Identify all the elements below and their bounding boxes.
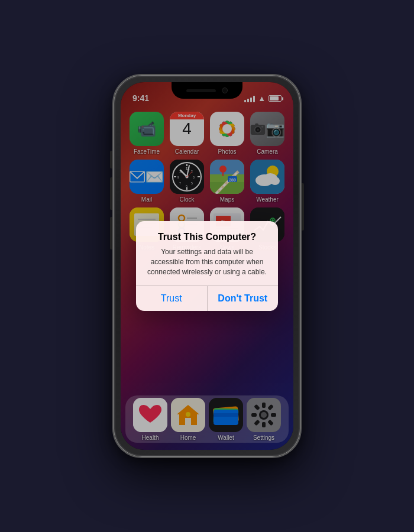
- phone-frame: 9:41 ▲: [112, 74, 302, 458]
- alert-message: Your settings and data will be accessibl…: [145, 247, 269, 277]
- phone-body: 9:41 ▲: [112, 74, 302, 458]
- alert-content: Trust This Computer? Your settings and d…: [136, 221, 278, 285]
- trust-button[interactable]: Trust: [136, 286, 208, 311]
- alert-overlay: Trust This Computer? Your settings and d…: [121, 82, 293, 450]
- dont-trust-button[interactable]: Don't Trust: [208, 286, 279, 311]
- phone-screen: 9:41 ▲: [121, 82, 293, 450]
- power-button[interactable]: [302, 183, 304, 231]
- alert-title: Trust This Computer?: [145, 232, 269, 242]
- trust-computer-dialog: Trust This Computer? Your settings and d…: [136, 221, 278, 310]
- alert-buttons: Trust Don't Trust: [136, 286, 278, 311]
